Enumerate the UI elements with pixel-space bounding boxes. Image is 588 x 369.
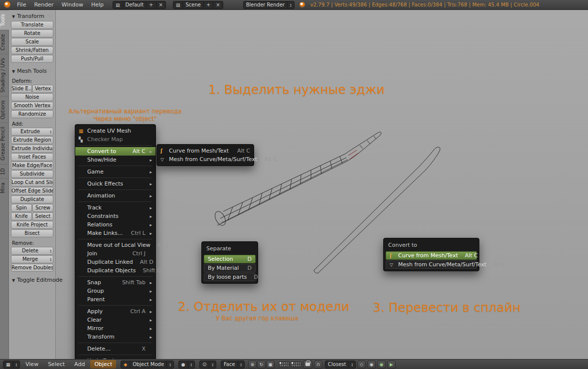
menu-item-duplicate-linked[interactable]: Duplicate Linked Alt D <box>75 258 155 266</box>
menu-item-join[interactable]: Join Ctrl J <box>75 249 155 258</box>
blender-logo[interactable] <box>4 1 10 8</box>
proportional-edit-button[interactable] <box>367 361 376 369</box>
layers-grid-left[interactable] <box>279 362 290 367</box>
tool-button-subdivide[interactable]: Subdivide <box>11 170 53 178</box>
menu-item-parent[interactable]: Parent <box>75 295 155 304</box>
tab-tools[interactable]: Tools <box>0 10 9 30</box>
separate-option-by-loose-parts[interactable]: By loose parts D <box>204 273 256 281</box>
manipulator-translate-button[interactable] <box>248 361 257 369</box>
menu-item-game[interactable]: Game <box>75 168 155 176</box>
tool-button-bisect[interactable]: Bisect <box>11 229 53 237</box>
layout-name[interactable]: Default <box>123 1 147 8</box>
layers-widget[interactable] <box>279 362 301 367</box>
menu-item-convert-to[interactable]: Convert to Alt C <box>75 147 155 156</box>
separate-option-selection[interactable]: Selection D <box>204 255 256 263</box>
menu-item-mirror[interactable]: Mirror <box>75 324 155 333</box>
menu-view[interactable]: View <box>21 360 42 369</box>
menu-item-checker-map[interactable]: Checker Map <box>75 135 155 144</box>
tool-button-rotate[interactable]: Rotate <box>11 29 53 37</box>
menu-item-relations[interactable]: Relations <box>75 220 155 229</box>
tool-button-knife-project[interactable]: Knife Project <box>11 221 53 229</box>
lock-scene-button[interactable] <box>303 361 312 369</box>
snap-target-value[interactable]: Closest <box>325 361 348 368</box>
panel-header-transform[interactable]: Transform <box>11 11 53 21</box>
menu-add[interactable]: Add <box>70 360 89 369</box>
extrude-dropdown[interactable]: Extrude <box>11 128 53 136</box>
tool-button-extrude-region[interactable]: Extrude Region <box>11 136 53 144</box>
browse-layouts-icon[interactable] <box>113 1 123 8</box>
menu-item-transform[interactable]: Transform <box>75 333 155 341</box>
add-layout-icon[interactable] <box>146 1 155 8</box>
menu-item-constraints[interactable]: Constraints <box>75 212 155 220</box>
engine-name[interactable]: Blender Render <box>244 1 288 8</box>
menu-item-apply[interactable]: Apply Ctrl A <box>75 307 155 316</box>
delete-scene-icon[interactable] <box>213 1 222 8</box>
panel-header-toggle-editmode[interactable]: Toggle Editmode <box>11 275 53 285</box>
menu-item-snap[interactable]: Snap Shift Tab <box>75 278 155 287</box>
convert-option-curve[interactable]: Curve from Mesh/Text Alt C <box>386 251 477 260</box>
tool-button-duplicate[interactable]: Duplicate <box>11 195 53 203</box>
snap-peel-object-button[interactable] <box>357 361 366 369</box>
snap-element-value[interactable]: Face <box>221 361 238 368</box>
separate-option-by-material[interactable]: By Material D <box>204 264 256 272</box>
tab-options[interactable]: Options <box>0 96 9 123</box>
tab-grease-pencil[interactable]: Grease Pencil <box>0 123 9 164</box>
submenu-item-curve-from-mesh[interactable]: Curve from Mesh/Text Alt C <box>157 147 254 155</box>
tab-shading-uvs[interactable]: Shading / UVs <box>0 54 9 96</box>
browse-scenes-icon[interactable] <box>173 1 183 8</box>
menu-item-quick-effects[interactable]: Quick Effects <box>75 180 155 188</box>
snap-toggle-button[interactable] <box>314 361 322 369</box>
tool-button-loop-cut[interactable]: Loop Cut and Slide <box>11 179 53 186</box>
tool-button-shrink-fatten[interactable]: Shrink/Fatten <box>11 46 53 54</box>
tool-button-knife[interactable]: Knife <box>11 212 32 220</box>
convert-option-mesh[interactable]: Mesh from Curve/Meta/Surf/Text Alt C <box>386 260 477 269</box>
menu-help[interactable]: Help <box>87 0 108 9</box>
tab-1d[interactable]: 1D <box>0 164 9 179</box>
scene-selector[interactable]: Scene <box>173 1 223 9</box>
add-scene-icon[interactable] <box>203 1 213 8</box>
menu-item-group[interactable]: Group <box>75 287 155 295</box>
tab-create[interactable]: Create <box>0 30 9 54</box>
menu-item-delete[interactable]: Delete... X <box>75 345 155 353</box>
tool-button-scale[interactable]: Scale <box>11 38 53 46</box>
tool-button-vertex[interactable]: Vertex <box>32 85 53 93</box>
menu-item-make-links[interactable]: Make Links... Ctrl L <box>75 229 155 237</box>
menu-item-move-out-of-local-view[interactable]: Move out of Local View Alt J <box>75 241 155 249</box>
opengl-render-anim-button[interactable] <box>387 361 396 369</box>
menu-item-create-uv-mesh[interactable]: Create UV Mesh <box>75 127 155 135</box>
tool-button-spin[interactable]: Spin <box>11 204 32 212</box>
menu-item-animation[interactable]: Animation <box>75 191 155 200</box>
editor-type-select[interactable] <box>3 361 20 369</box>
tool-button-make-edge-face[interactable]: Make Edge/Face <box>11 162 53 170</box>
manipulator-rotate-button[interactable] <box>257 361 266 369</box>
merge-dropdown[interactable]: Merge <box>11 255 53 263</box>
tool-button-push-pull[interactable]: Push/Pull <box>11 55 53 63</box>
tool-button-slide-edge[interactable]: Slide E... <box>11 85 32 93</box>
layers-grid-right[interactable] <box>291 362 301 367</box>
tool-button-screw[interactable]: Screw <box>32 204 53 212</box>
tool-button-offset-edge-slide[interactable]: Offset Edge Slide <box>11 187 53 195</box>
tool-button-translate[interactable]: Translate <box>11 21 53 29</box>
render-engine-select[interactable]: Blender Render <box>243 1 294 9</box>
viewport-shading-select[interactable] <box>178 361 195 369</box>
menu-item-clear[interactable]: Clear <box>75 316 155 324</box>
tool-button-extrude-individual[interactable]: Extrude Individual <box>11 145 53 153</box>
submenu-item-mesh-from-curve[interactable]: Mesh from Curve/Meta/Surf/Text Alt C <box>157 155 254 164</box>
scene-name[interactable]: Scene <box>182 1 203 8</box>
menu-window[interactable]: Window <box>58 0 87 9</box>
mode-select[interactable]: Object Mode <box>121 361 173 369</box>
menu-render[interactable]: Render <box>30 0 57 9</box>
menu-item-show-hide[interactable]: Show/Hide <box>75 156 155 164</box>
tool-button-smooth-vertex[interactable]: Smooth Vertex <box>11 102 53 110</box>
tool-button-remove-doubles[interactable]: Remove Doubles <box>11 264 53 272</box>
opengl-render-still-button[interactable] <box>377 361 386 369</box>
panel-header-mesh-tools[interactable]: Mesh Tools <box>11 66 53 76</box>
pivot-select[interactable] <box>199 361 216 369</box>
tool-button-select[interactable]: Select <box>32 212 53 220</box>
snap-element-select[interactable]: Face <box>221 361 245 369</box>
tool-button-randomize[interactable]: Randomize <box>11 110 53 118</box>
screen-layout-selector[interactable]: Default <box>113 1 166 9</box>
tab-mira[interactable]: Mira <box>0 179 9 197</box>
tool-button-inset-faces[interactable]: Inset Faces <box>11 153 53 161</box>
snap-target-select[interactable]: Closest <box>325 361 356 369</box>
